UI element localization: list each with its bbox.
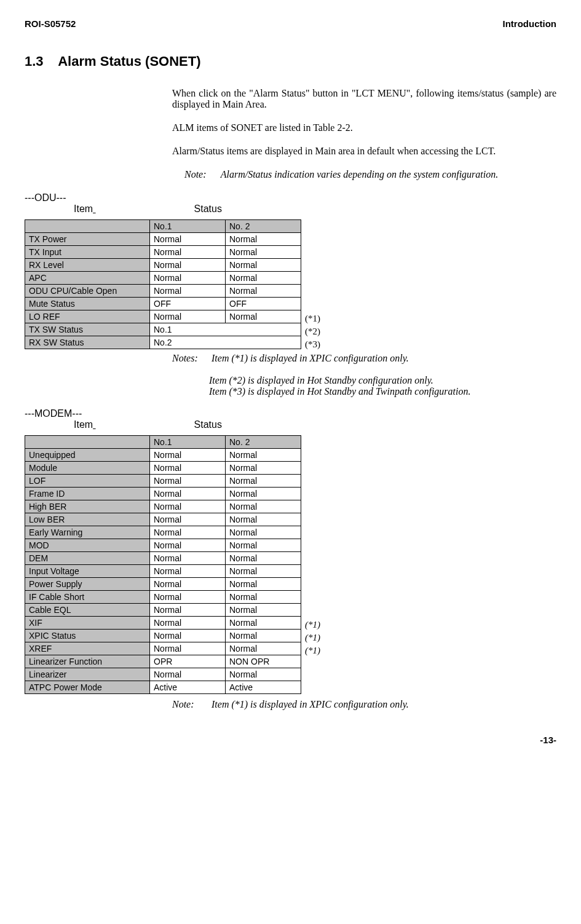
column-labels: Item Status: [25, 203, 556, 215]
row-label: TX Input: [25, 246, 150, 259]
cell-value: Normal: [226, 475, 301, 488]
cell-value: Normal: [150, 604, 226, 617]
group-odu-label: ---ODU---: [25, 192, 556, 203]
cell-value: NON OPR: [226, 655, 301, 668]
row-label: ODU CPU/Cable Open: [25, 285, 150, 298]
row-annotation: (*1): [305, 644, 320, 657]
cell-value: Normal: [150, 475, 226, 488]
row-label: DEM: [25, 552, 150, 565]
cell-value: Normal: [226, 500, 301, 513]
cell-value: Normal: [226, 259, 301, 272]
status-col-label: Status: [194, 419, 222, 430]
cell-value: Normal: [150, 513, 226, 526]
note-label: Note:: [172, 699, 209, 710]
cell-value: No.1: [150, 323, 301, 336]
cell-value: Normal: [226, 578, 301, 591]
cell-value: Normal: [150, 591, 226, 604]
row-label: LOF: [25, 475, 150, 488]
section-title: 1.3 Alarm Status (SONET): [25, 53, 556, 69]
note-label: Note:: [184, 169, 218, 180]
odu-table: No.1No. 2TX PowerNormalNormalTX InputNor…: [25, 219, 556, 353]
item-col-label: Item: [74, 203, 93, 215]
row-label: Unequipped: [25, 449, 150, 462]
cell-value: Normal: [150, 552, 226, 565]
cell-value: OPR: [150, 655, 226, 668]
row-annotation: (*1): [305, 631, 320, 644]
cell-value: Normal: [226, 617, 301, 630]
cell-value: Normal: [150, 462, 226, 475]
cell-value: Normal: [226, 233, 301, 246]
cell-value: OFF: [150, 298, 226, 310]
row-label: TX SW Status: [25, 323, 150, 336]
row-label: High BER: [25, 500, 150, 513]
row-annotation: (*2): [305, 325, 320, 338]
paragraph: ALM items of SONET are listed in Table 2…: [172, 122, 556, 133]
cell-value: Normal: [226, 246, 301, 259]
row-label: MOD: [25, 539, 150, 552]
cell-value: Normal: [226, 272, 301, 285]
odu-notes: Notes: Item (*1) is displayed in XPIC co…: [172, 353, 556, 364]
cell-value: Normal: [226, 513, 301, 526]
col-header: No.1: [150, 220, 226, 233]
cell-value: Normal: [150, 668, 226, 681]
cell-value: Normal: [226, 488, 301, 500]
cell-value: Normal: [226, 565, 301, 578]
cell-value: Normal: [150, 246, 226, 259]
row-label: XIF: [25, 617, 150, 630]
section-text: Alarm Status (SONET): [58, 53, 200, 69]
note-text: Alarm/Status indication varies depending…: [221, 169, 499, 180]
cell-value: Normal: [150, 526, 226, 539]
col-header: No. 2: [226, 220, 301, 233]
row-label: Low BER: [25, 513, 150, 526]
row-annotation: (*1): [305, 618, 320, 631]
row-label: Mute Status: [25, 298, 150, 310]
cell-value: Normal: [150, 310, 226, 323]
notes-label: Notes:: [172, 353, 209, 364]
row-label: Power Supply: [25, 578, 150, 591]
modem-note: Note: Item (*1) is displayed in XPIC con…: [172, 699, 556, 710]
doc-id: ROI-S05752: [25, 18, 76, 29]
row-label: IF Cable Short: [25, 591, 150, 604]
cell-value: Normal: [226, 630, 301, 642]
cell-value: Normal: [150, 272, 226, 285]
row-label: RX SW Status: [25, 336, 150, 349]
cell-value: Normal: [150, 642, 226, 655]
row-label: LO REF: [25, 310, 150, 323]
row-label: XPIC Status: [25, 630, 150, 642]
row-annotation: (*3): [305, 338, 320, 351]
modem-table: No.1No. 2UnequippedNormalNormalModuleNor…: [25, 435, 556, 698]
page-number: -13-: [25, 735, 556, 745]
status-col-label: Status: [194, 203, 222, 215]
row-label: Early Warning: [25, 526, 150, 539]
cell-value: Normal: [150, 630, 226, 642]
cell-value: Normal: [226, 526, 301, 539]
row-label: XREF: [25, 642, 150, 655]
group-modem-label: ---MODEM---: [25, 408, 556, 419]
cell-value: Normal: [150, 500, 226, 513]
row-label: Cable EQL: [25, 604, 150, 617]
cell-value: Normal: [226, 668, 301, 681]
modem-note-text: Item (*1) is displayed in XPIC configura…: [211, 699, 409, 709]
cell-value: Normal: [150, 488, 226, 500]
cell-value: Normal: [226, 462, 301, 475]
row-label: Linearizer Function: [25, 655, 150, 668]
cell-value: No.2: [150, 336, 301, 349]
paragraph: Alarm/Status items are displayed in Main…: [172, 146, 556, 157]
cell-value: Normal: [226, 552, 301, 565]
cell-value: Normal: [226, 449, 301, 462]
paragraph: When click on the "Alarm Status" button …: [172, 88, 556, 110]
cell-value: Normal: [226, 591, 301, 604]
cell-value: Normal: [150, 285, 226, 298]
row-label: TX Power: [25, 233, 150, 246]
note: Note: Alarm/Status indication varies dep…: [184, 169, 556, 180]
item-col-label: Item: [74, 419, 93, 430]
cell-value: Normal: [150, 617, 226, 630]
odu-note-line: Item (*1) is displayed in XPIC configura…: [211, 353, 409, 363]
cell-value: OFF: [226, 298, 301, 310]
row-label: Module: [25, 462, 150, 475]
cell-value: Normal: [150, 259, 226, 272]
cell-value: Normal: [226, 539, 301, 552]
row-label: Linearizer: [25, 668, 150, 681]
col-header: No. 2: [226, 436, 301, 449]
cell-value: Normal: [150, 565, 226, 578]
